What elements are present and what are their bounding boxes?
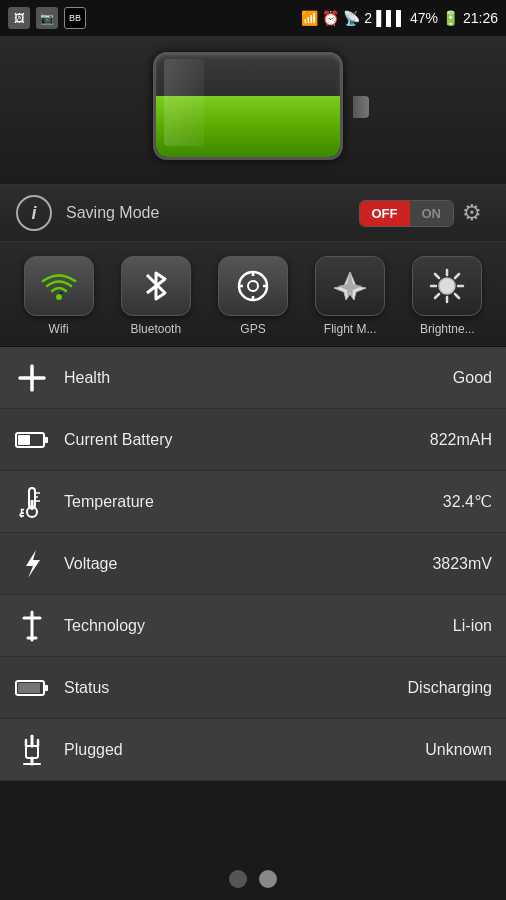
saving-mode-label: Saving Mode — [66, 204, 359, 222]
table-row: Plugged Unknown — [0, 719, 506, 781]
wifi-label: Wifi — [49, 322, 69, 336]
technology-label: Technology — [64, 617, 453, 635]
svg-line-14 — [455, 274, 459, 278]
bluetooth-button[interactable] — [121, 256, 191, 316]
gps-icon — [233, 266, 273, 306]
status-label: Status — [64, 679, 408, 697]
voltage-label: Voltage — [64, 555, 432, 573]
svg-line-15 — [435, 294, 439, 298]
wifi-icon — [40, 270, 78, 302]
brightness-icon — [427, 266, 467, 306]
toggle-wifi[interactable]: Wifi — [15, 256, 103, 336]
wifi-status-icon: 📡 — [343, 10, 360, 26]
current-battery-value: 822mAH — [430, 431, 492, 449]
health-icon — [14, 364, 50, 392]
svg-rect-20 — [18, 435, 30, 445]
svg-point-2 — [248, 281, 258, 291]
current-battery-label: Current Battery — [64, 431, 430, 449]
battery-widget — [0, 36, 506, 184]
brightness-button[interactable] — [412, 256, 482, 316]
health-label: Health — [64, 369, 453, 387]
health-value: Good — [453, 369, 492, 387]
toggle-off-label[interactable]: OFF — [360, 201, 410, 226]
battery-body — [153, 52, 343, 160]
battery-visual — [153, 52, 353, 162]
table-row: Temperature 32.4℃ — [0, 471, 506, 533]
toggle-on-label[interactable]: ON — [410, 201, 454, 226]
page-indicators — [229, 870, 277, 888]
technology-value: Li-ion — [453, 617, 492, 635]
bbm-icon: BB — [64, 7, 86, 29]
alarm-icon: ⏰ — [322, 10, 339, 26]
battery-percent: 47% — [410, 10, 438, 26]
plugged-value: Unknown — [425, 741, 492, 759]
toggle-gps[interactable]: GPS — [209, 256, 297, 336]
flight-mode-label: Flight M... — [324, 322, 377, 336]
svg-rect-35 — [26, 746, 38, 758]
status-icon — [14, 678, 50, 698]
camera-icon: 📷 — [36, 7, 58, 29]
plugged-label: Plugged — [64, 741, 425, 759]
temperature-value: 32.4℃ — [443, 492, 492, 511]
table-row: Health Good — [0, 347, 506, 409]
info-list: Health Good Current Battery 822mAH Tempe… — [0, 347, 506, 781]
clock: 21:26 — [463, 10, 498, 26]
technology-icon — [14, 610, 50, 642]
table-row: Voltage 3823mV — [0, 533, 506, 595]
svg-rect-33 — [18, 683, 40, 693]
svg-rect-19 — [44, 437, 48, 443]
gallery-icon: 🖼 — [8, 7, 30, 29]
status-value: Discharging — [408, 679, 492, 697]
voltage-icon — [14, 548, 50, 580]
toggle-brightness[interactable]: Brightne... — [403, 256, 491, 336]
current-battery-icon — [14, 430, 50, 450]
wifi-button[interactable] — [24, 256, 94, 316]
voltage-value: 3823mV — [432, 555, 492, 573]
network-icon: 2 — [364, 10, 372, 26]
page-dot-1[interactable] — [229, 870, 247, 888]
status-bar-left: 🖼 📷 BB — [8, 7, 86, 29]
flight-mode-button[interactable] — [315, 256, 385, 316]
bluetooth-label: Bluetooth — [130, 322, 181, 336]
bluetooth-icon — [139, 265, 173, 307]
table-row: Current Battery 822mAH — [0, 409, 506, 471]
toggle-flight-mode[interactable]: Flight M... — [306, 256, 394, 336]
svg-point-7 — [439, 278, 455, 294]
saving-mode-bar: i Saving Mode OFF ON ⚙ — [0, 184, 506, 241]
gps-button[interactable] — [218, 256, 288, 316]
toggle-bluetooth[interactable]: Bluetooth — [112, 256, 200, 336]
quick-toggles-bar: Wifi Bluetooth GPS — [0, 241, 506, 347]
svg-line-12 — [435, 274, 439, 278]
saving-mode-toggle[interactable]: OFF ON — [359, 200, 455, 227]
table-row: Status Discharging — [0, 657, 506, 719]
battery-tip — [353, 96, 369, 118]
status-bar: 🖼 📷 BB 📶 ⏰ 📡 2 ▌▌▌ 47% 🔋 21:26 — [0, 0, 506, 36]
svg-marker-27 — [26, 550, 40, 578]
brightness-label: Brightne... — [420, 322, 475, 336]
table-row: Technology Li-ion — [0, 595, 506, 657]
plugged-icon — [14, 734, 50, 766]
svg-rect-32 — [44, 685, 48, 691]
info-icon[interactable]: i — [16, 195, 52, 231]
svg-rect-23 — [31, 500, 34, 510]
battery-icon: 🔋 — [442, 10, 459, 26]
temperature-label: Temperature — [64, 493, 443, 511]
status-bar-right: 📶 ⏰ 📡 2 ▌▌▌ 47% 🔋 21:26 — [301, 10, 498, 26]
battery-shine — [164, 59, 204, 146]
svg-point-0 — [56, 294, 62, 300]
page-dot-2[interactable] — [259, 870, 277, 888]
svg-point-1 — [239, 272, 267, 300]
temperature-icon — [14, 486, 50, 518]
svg-line-13 — [455, 294, 459, 298]
signal-icon: 📶 — [301, 10, 318, 26]
gps-label: GPS — [240, 322, 265, 336]
flight-mode-icon — [330, 266, 370, 306]
settings-icon[interactable]: ⚙ — [454, 195, 490, 231]
signal-bars-icon: ▌▌▌ — [376, 10, 406, 26]
